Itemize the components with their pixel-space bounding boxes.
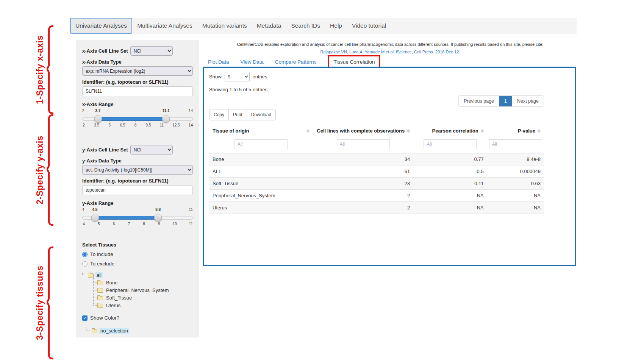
select-tissues-label: Select Tissues <box>82 242 193 248</box>
x-identifier-input[interactable] <box>82 86 193 96</box>
tree-node-label: Bone <box>105 280 119 286</box>
column-header-cell-lines-with-complete-observations[interactable]: Cell lines with complete observations <box>313 125 413 137</box>
slider-label: 11 <box>189 208 193 212</box>
subtab-plot-data[interactable]: Plot Data <box>208 59 229 65</box>
nav-tab-video-tutorial[interactable]: Video tutorial <box>347 18 391 34</box>
nav-tab-mutation-variants[interactable]: Mutation variants <box>197 18 252 34</box>
slider-label: 4 <box>82 208 84 212</box>
nav-tab-multivariate-analyses[interactable]: Multivariate Analyses <box>132 18 197 34</box>
export-button-group: CopyPrintDownload <box>209 109 276 120</box>
sort-icon[interactable] <box>481 129 484 133</box>
x-data-type-select[interactable]: exp: mRNA Expression (log2) <box>82 66 193 76</box>
table-cell: 0.11 <box>413 178 487 190</box>
table-cell: Peripheral_Nervous_System <box>209 190 313 202</box>
sort-icon[interactable] <box>538 129 541 133</box>
slider-tick: 8 <box>134 123 137 127</box>
slider-track[interactable] <box>82 216 193 220</box>
column-header-p-value[interactable]: P-value <box>487 125 544 137</box>
slider-label: 4.8 <box>92 208 97 212</box>
subtab-compare-patterns[interactable]: Compare Patterns <box>275 59 317 65</box>
slider-tick: 8 <box>142 222 145 226</box>
nav-tab-help[interactable]: Help <box>325 18 347 34</box>
tree-connector-icon <box>82 272 86 275</box>
y-identifier-input[interactable] <box>82 185 193 195</box>
tree-node-bone[interactable]: Bone <box>92 279 193 286</box>
tree-node-label: no_selection <box>99 328 129 334</box>
tissue-correlation-panel: Show 5 entries Showing 1 to 5 of 5 entri… <box>203 67 576 266</box>
tree-node-soft-tissue[interactable]: Soft_Tissue <box>92 294 193 301</box>
table-row[interactable]: Uterus2NANA <box>209 202 544 214</box>
table-row[interactable]: Peripheral_Nervous_System2NANA <box>209 190 544 202</box>
tree-node-label: Soft_Tissue <box>105 295 133 301</box>
y-data-type-select[interactable]: act: Drug Activity (-log10[IC50M]) <box>82 165 193 175</box>
slider-handle-low[interactable] <box>91 214 99 222</box>
slider-tick: 2 <box>82 123 85 127</box>
slider-label: 11.1 <box>163 109 170 113</box>
entries-label: entries <box>253 74 267 80</box>
page-1-button[interactable]: 1 <box>499 96 512 106</box>
table-cell: ALL <box>209 165 313 178</box>
to-exclude-radio[interactable]: To exclude <box>82 261 193 267</box>
column-filter-input-tissue-of-origin[interactable] <box>234 139 288 149</box>
folder-icon <box>97 296 103 300</box>
x-range-slider[interactable]: 23.711.11423.556.589.51112.514 <box>82 109 193 131</box>
table-cell: NA <box>487 190 544 202</box>
column-header-label: Tissue of origin <box>213 128 249 134</box>
filter-cell <box>487 137 544 153</box>
slider-handle-high[interactable] <box>154 214 162 222</box>
sort-icon[interactable] <box>407 129 410 133</box>
column-header-pearson-correlation[interactable]: Pearson correlation <box>413 125 487 137</box>
slider-label: 3.7 <box>95 109 100 113</box>
slider-tick: 5 <box>97 222 100 226</box>
tree-node-no-selection[interactable]: no_selection <box>86 327 193 334</box>
x-cell-line-set-label: x-Axis Cell Line Set <box>82 48 128 54</box>
slider-track[interactable] <box>82 117 193 121</box>
table-cell: NA <box>487 202 544 214</box>
tree-connector-icon <box>86 328 90 331</box>
column-header-tissue-of-origin[interactable]: Tissue of origin <box>209 125 313 137</box>
table-row[interactable]: Soft_Tissue230.110.63 <box>209 178 544 190</box>
print-button[interactable]: Print <box>229 109 247 120</box>
show-color-checkbox[interactable]: ✓ Show Color? <box>82 315 193 321</box>
nav-tab-metadata[interactable]: Metadata <box>252 18 286 34</box>
page-size-select[interactable]: 5 <box>225 72 250 81</box>
folder-icon <box>97 304 103 308</box>
citation-link[interactable]: Rajapakse.VN, Luna.A, Yamade.M et al. iS… <box>320 50 460 54</box>
nav-tab-search-ids[interactable]: Search IDs <box>286 18 325 34</box>
tree-node-uterus[interactable]: Uterus <box>92 301 193 309</box>
tree-node-all[interactable]: all <box>82 271 193 279</box>
y-range-slider[interactable]: 44.88.8114567891011 <box>82 208 193 229</box>
next-page-button[interactable]: Next page <box>512 96 544 106</box>
tree-children: BonePeripheral_Nervous_SystemSoft_Tissue… <box>92 279 193 309</box>
slider-value-labels: 44.88.811 <box>82 208 193 213</box>
to-include-radio[interactable]: To include <box>82 251 193 257</box>
nav-tab-univariate-analyses[interactable]: Univariate Analyses <box>70 18 132 34</box>
column-filter-input-cell-lines-with-complete-observations[interactable] <box>337 139 390 149</box>
slider-handle-low[interactable] <box>94 115 102 123</box>
column-filter-input-p-value[interactable] <box>489 139 542 149</box>
x-cell-line-set-select[interactable]: NCI <box>130 46 173 56</box>
slider-tick: 12.5 <box>172 123 180 127</box>
table-cell: 0.63 <box>487 178 544 190</box>
y-identifier-label: Identifier: (e.g. topotecan or SLFN11) <box>82 178 193 184</box>
table-cell: 0.77 <box>413 153 487 165</box>
column-filter-input-pearson-correlation[interactable] <box>424 139 477 149</box>
tree-node-label: Peripheral_Nervous_System <box>105 287 170 293</box>
subtab-view-data[interactable]: View Data <box>241 59 264 65</box>
table-row[interactable]: ALL610.50.000049 <box>209 165 544 178</box>
column-header-inner: Pearson correlation <box>417 128 483 134</box>
table-filter-row <box>209 137 544 153</box>
copy-button[interactable]: Copy <box>209 109 229 120</box>
y-cell-line-set-select[interactable]: NCI <box>130 145 173 154</box>
tree-node-peripheral-nervous-system[interactable]: Peripheral_Nervous_System <box>92 286 193 294</box>
folder-icon <box>92 329 97 333</box>
slider-tick: 6 <box>113 222 116 226</box>
download-button[interactable]: Download <box>247 109 275 120</box>
previous-page-button[interactable]: Previous page <box>459 96 499 106</box>
folder-icon <box>88 273 94 278</box>
slider-handle-high[interactable] <box>162 115 170 123</box>
sort-icon[interactable] <box>306 129 309 133</box>
annotation-step1-label: 1-Specify x-axis <box>35 26 45 114</box>
filter-cell <box>209 137 313 153</box>
table-row[interactable]: Bone340.779.4e-8 <box>209 153 544 165</box>
